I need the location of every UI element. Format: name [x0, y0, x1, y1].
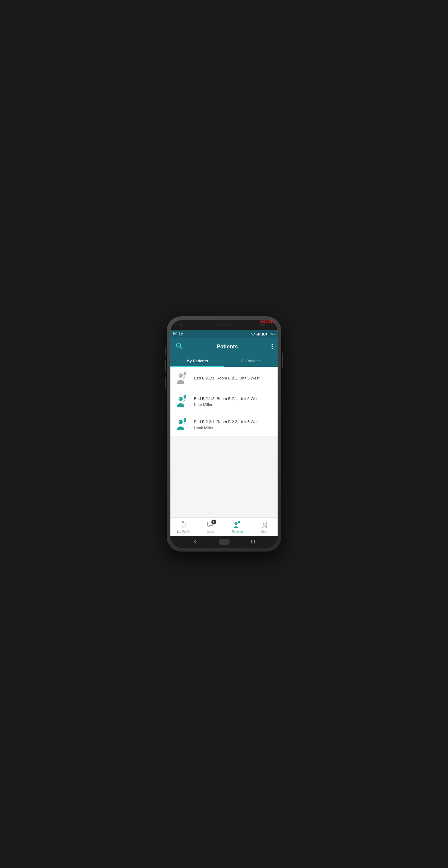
svg-point-17 [178, 397, 183, 401]
svg-point-9 [178, 373, 183, 378]
android-nav-bar [170, 536, 278, 548]
tab-all-patients[interactable]: All Patients [224, 355, 278, 367]
recents-button[interactable] [251, 539, 255, 544]
nav-patients[interactable]: Patients [224, 518, 251, 536]
phone-screen: 13:55 Patients [170, 320, 278, 548]
svg-point-23 [184, 419, 185, 420]
nav-chats[interactable]: 1 Chats [197, 518, 224, 536]
bottom-nav: My Profile 1 Chats [170, 518, 278, 536]
phone-frame: 13:55 Patients [167, 316, 281, 552]
nav-staff[interactable]: Staff [251, 518, 278, 536]
patient-info-3: Bed B.2.2:1, Room B.2.2, Unit 5 West Han… [194, 419, 273, 430]
back-button[interactable] [193, 539, 198, 545]
staff-icon [260, 521, 269, 529]
patient-avatar-2 [175, 394, 190, 409]
search-button[interactable] [175, 342, 183, 351]
status-left-icons [173, 332, 183, 336]
power-button[interactable] [282, 352, 283, 368]
patient-bed-3: Bed B.2.2:1, Room B.2.2, Unit 5 West [194, 419, 273, 425]
silent-switch[interactable] [165, 377, 166, 389]
patient-name-3: Hank Miller [194, 426, 273, 430]
ascom-brand: ascom [261, 319, 275, 324]
more-options-button[interactable] [272, 344, 273, 349]
patient-item[interactable]: Bed B.2.1:2, Room B.2.1, Unit 5 West Kat… [170, 390, 278, 413]
patient-bed-1: Bed B.2.1:1, Room B.2.1, Unit 5 West [194, 375, 273, 381]
svg-rect-29 [181, 522, 185, 527]
page-title: Patients [217, 344, 238, 350]
signal-icon [256, 333, 260, 336]
patient-info-1: Bed B.2.1:1, Room B.2.1, Unit 5 West [194, 375, 273, 381]
battery-icon [261, 333, 266, 336]
patient-item[interactable]: Bed B.2.1:1, Room B.2.1, Unit 5 West [170, 367, 278, 390]
svg-line-28 [183, 424, 185, 426]
svg-point-36 [235, 522, 238, 525]
message-notification-icon [173, 332, 178, 336]
header: Patients [170, 338, 278, 355]
nav-my-profile-label: My Profile [177, 530, 190, 533]
earpiece [260, 324, 266, 326]
svg-line-12 [183, 377, 185, 379]
svg-point-38 [263, 523, 265, 525]
tab-my-patients[interactable]: My Patients [170, 355, 224, 367]
wifi-icon [251, 333, 255, 336]
svg-line-20 [183, 400, 185, 403]
patient-avatar-3 [175, 417, 190, 432]
home-button[interactable] [219, 539, 230, 545]
patient-bed-2: Bed B.2.1:2, Room B.2.1, Unit 5 West [194, 396, 273, 401]
patients-nav-icon [233, 521, 242, 529]
front-camera [179, 323, 182, 327]
nav-patients-label: Patients [232, 530, 243, 533]
svg-rect-0 [173, 332, 177, 335]
svg-point-25 [178, 420, 183, 424]
status-bar: 13:55 [170, 330, 278, 338]
nav-my-profile[interactable]: My Profile [170, 518, 197, 536]
screen-content: 13:55 Patients [170, 330, 278, 536]
login-icon [179, 332, 183, 336]
patient-info-2: Bed B.2.1:2, Room B.2.1, Unit 5 West Kat… [194, 396, 273, 407]
svg-rect-30 [182, 521, 184, 523]
chats-icon: 1 [207, 521, 215, 529]
patient-list: Bed B.2.1:1, Room B.2.1, Unit 5 West [170, 367, 278, 518]
tab-bar: My Patients All Patients [170, 355, 278, 367]
patient-name-2: Kate Miller [194, 402, 273, 407]
status-right-icons: 13:55 [251, 333, 275, 336]
svg-line-4 [180, 347, 182, 349]
patient-avatar-1 [175, 371, 190, 385]
nav-chats-label: Chats [207, 530, 214, 533]
my-profile-icon [180, 521, 188, 529]
speaker [219, 324, 229, 326]
volume-up-button[interactable] [165, 347, 166, 355]
svg-point-7 [184, 373, 185, 374]
patient-item[interactable]: Bed B.2.2:1, Room B.2.2, Unit 5 West Han… [170, 413, 278, 436]
svg-rect-39 [251, 540, 254, 543]
clock: 13:55 [267, 333, 275, 336]
volume-down-button[interactable] [165, 360, 166, 372]
nav-staff-label: Staff [261, 530, 267, 533]
svg-point-35 [238, 522, 239, 522]
chats-badge: 1 [211, 520, 216, 524]
svg-point-15 [184, 396, 185, 397]
